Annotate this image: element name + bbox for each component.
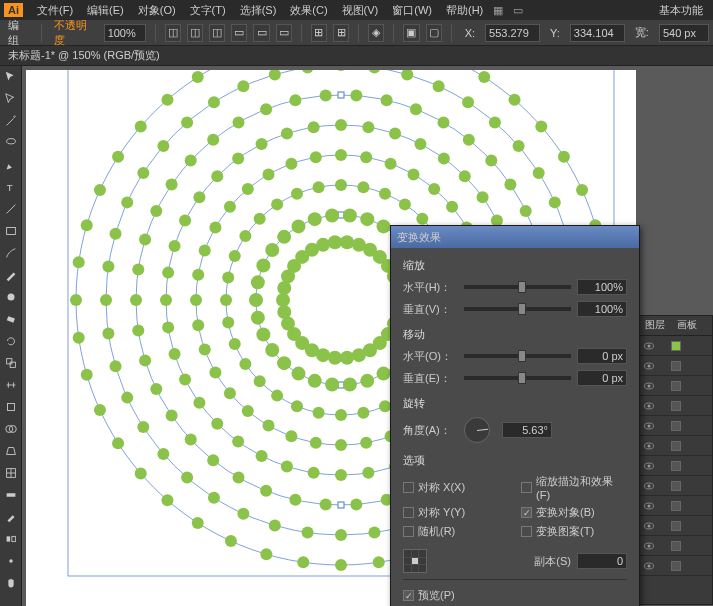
layer-row[interactable] [639, 356, 712, 376]
random-checkbox[interactable]: 随机(R) [403, 524, 509, 539]
layer-row[interactable] [639, 436, 712, 456]
move-v-input[interactable] [577, 370, 627, 386]
type-tool[interactable]: T [0, 176, 22, 198]
scale-v-input[interactable] [577, 301, 627, 317]
selection-tool[interactable] [0, 66, 22, 88]
brush-tool[interactable] [0, 242, 22, 264]
layer-row[interactable] [639, 496, 712, 516]
transform-icon[interactable]: ◈ [368, 24, 384, 42]
bridge-icon[interactable]: ▦ [491, 3, 505, 17]
distribute-h-icon[interactable]: ⊞ [311, 24, 327, 42]
blob-tool[interactable] [0, 286, 22, 308]
shape-builder-tool[interactable] [0, 418, 22, 440]
scale-strokes-checkbox[interactable]: 缩放描边和效果(F) [521, 474, 627, 501]
artboards-tab[interactable]: 画板 [671, 316, 703, 335]
direct-select-tool[interactable] [0, 88, 22, 110]
visibility-icon[interactable] [643, 500, 655, 512]
scale-v-slider[interactable] [464, 307, 571, 311]
move-h-slider[interactable] [464, 354, 571, 358]
line-tool[interactable] [0, 198, 22, 220]
menu-effect[interactable]: 效果(C) [284, 1, 333, 20]
svg-point-196 [281, 128, 293, 140]
w-input[interactable] [659, 24, 709, 42]
layer-row[interactable] [639, 376, 712, 396]
angle-input[interactable] [502, 422, 552, 438]
eyedropper-tool[interactable] [0, 506, 22, 528]
align-left-icon[interactable]: ◫ [165, 24, 181, 42]
rotate-tool[interactable] [0, 330, 22, 352]
layers-tab[interactable]: 图层 [639, 316, 671, 335]
menu-type[interactable]: 文字(T) [184, 1, 232, 20]
arrange-icon[interactable]: ▭ [511, 3, 525, 17]
scale-h-slider[interactable] [464, 285, 571, 289]
visibility-icon[interactable] [643, 520, 655, 532]
free-transform-tool[interactable] [0, 396, 22, 418]
symbol-tool[interactable] [0, 550, 22, 572]
visibility-icon[interactable] [643, 480, 655, 492]
scale-h-input[interactable] [577, 279, 627, 295]
visibility-icon[interactable] [643, 400, 655, 412]
blend-tool[interactable] [0, 528, 22, 550]
visibility-icon[interactable] [643, 340, 655, 352]
visibility-icon[interactable] [643, 360, 655, 372]
opacity-input[interactable] [104, 24, 146, 42]
layer-row[interactable] [639, 516, 712, 536]
preview-checkbox[interactable]: ✓预览(P) [403, 588, 455, 603]
eraser-tool[interactable] [0, 308, 22, 330]
reference-point[interactable] [403, 549, 427, 573]
magic-wand-tool[interactable] [0, 110, 22, 132]
scale-tool[interactable] [0, 352, 22, 374]
visibility-icon[interactable] [643, 440, 655, 452]
gradient-tool[interactable] [0, 484, 22, 506]
rectangle-tool[interactable] [0, 220, 22, 242]
visibility-icon[interactable] [643, 420, 655, 432]
menu-object[interactable]: 对象(O) [132, 1, 182, 20]
pen-tool[interactable] [0, 154, 22, 176]
mesh-tool[interactable] [0, 462, 22, 484]
x-input[interactable] [485, 24, 540, 42]
reflect-x-checkbox[interactable]: 对称 X(X) [403, 474, 509, 501]
transform-objects-checkbox[interactable]: ✓变换对象(B) [521, 505, 627, 520]
move-v-slider[interactable] [464, 376, 571, 380]
align-right-icon[interactable]: ◫ [209, 24, 225, 42]
align-center-icon[interactable]: ◫ [187, 24, 203, 42]
layer-row[interactable] [639, 456, 712, 476]
layer-row[interactable] [639, 336, 712, 356]
menu-window[interactable]: 窗口(W) [386, 1, 438, 20]
layer-row[interactable] [639, 536, 712, 556]
visibility-icon[interactable] [643, 460, 655, 472]
width-tool[interactable] [0, 374, 22, 396]
document-tab[interactable]: 未标题-1* @ 150% (RGB/预览) [0, 46, 713, 66]
menu-view[interactable]: 视图(V) [336, 1, 385, 20]
align-middle-icon[interactable]: ▭ [253, 24, 269, 42]
layer-row[interactable] [639, 396, 712, 416]
align-top-icon[interactable]: ▭ [231, 24, 247, 42]
workspace-label[interactable]: 基本功能 [653, 1, 709, 20]
svg-point-296 [377, 367, 391, 381]
reflect-y-checkbox[interactable]: 对称 Y(Y) [403, 505, 509, 520]
svg-point-263 [313, 407, 325, 419]
pencil-tool[interactable] [0, 264, 22, 286]
move-h-input[interactable] [577, 348, 627, 364]
transform-patterns-checkbox[interactable]: 变换图案(T) [521, 524, 627, 539]
visibility-icon[interactable] [643, 540, 655, 552]
visibility-icon[interactable] [643, 380, 655, 392]
layer-row[interactable] [639, 556, 712, 576]
distribute-v-icon[interactable]: ⊞ [333, 24, 349, 42]
shape-mode-icon[interactable]: ▣ [403, 24, 419, 42]
lasso-tool[interactable] [0, 132, 22, 154]
align-bottom-icon[interactable]: ▭ [276, 24, 292, 42]
isolate-icon[interactable]: ▢ [426, 24, 442, 42]
menu-select[interactable]: 选择(S) [234, 1, 283, 20]
layer-row[interactable] [639, 416, 712, 436]
perspective-tool[interactable] [0, 440, 22, 462]
svg-point-0 [7, 139, 16, 144]
layer-row[interactable] [639, 476, 712, 496]
y-input[interactable] [570, 24, 625, 42]
hand-tool[interactable] [0, 572, 22, 594]
visibility-icon[interactable] [643, 560, 655, 572]
angle-dial[interactable] [464, 417, 490, 443]
copies-input[interactable] [577, 553, 627, 569]
dialog-titlebar[interactable]: 变换效果 [391, 226, 639, 248]
menu-help[interactable]: 帮助(H) [440, 1, 489, 20]
